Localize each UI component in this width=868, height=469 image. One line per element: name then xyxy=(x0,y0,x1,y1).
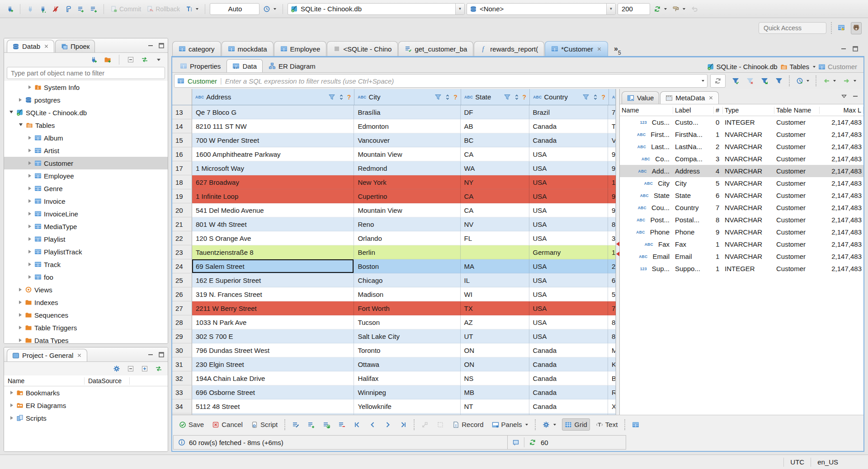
grid-cell[interactable]: Canada xyxy=(529,357,608,371)
grid-cell[interactable]: Fort Worth xyxy=(354,301,460,315)
record-button[interactable]: Record xyxy=(450,419,486,430)
fetch-page-button[interactable] xyxy=(419,419,431,430)
grid-cell[interactable]: Canada xyxy=(529,119,608,133)
expand-arrow-icon[interactable] xyxy=(28,174,31,178)
expand-arrow-icon[interactable] xyxy=(28,149,31,152)
dropdown-button[interactable]: ▼ xyxy=(606,4,615,14)
project-item-scripts[interactable]: Scripts xyxy=(4,412,168,424)
expand-arrow-icon[interactable] xyxy=(19,288,22,291)
expand-arrow-icon[interactable] xyxy=(28,237,31,241)
datasource-combo[interactable]: SQLite - Chinook.db▼ xyxy=(288,3,465,15)
grid-cell[interactable]: Canada xyxy=(529,371,608,385)
grid-cell[interactable]: 541 Del Medio Avenue xyxy=(192,203,354,217)
tree-item-track[interactable]: Track xyxy=(4,258,168,271)
settings-gear-button[interactable] xyxy=(111,364,122,374)
grid-cell[interactable]: ON xyxy=(461,357,529,371)
auto-refresh-button[interactable] xyxy=(652,4,669,14)
header-funnel-icon[interactable] xyxy=(582,94,590,101)
grid-cell[interactable]: AB xyxy=(461,119,529,133)
copy-row-button[interactable] xyxy=(321,419,332,430)
grid-cell[interactable]: Canada xyxy=(529,343,608,357)
grid-cell[interactable]: 85 xyxy=(608,315,616,329)
tab-properties[interactable]: Properties xyxy=(174,59,226,72)
editor-tab-sqlite-chino[interactable]: <SQLite - Chino xyxy=(327,41,398,56)
metadata-row[interactable]: ABCEmailEmail1NVARCHARCustomer2,147,483 xyxy=(620,250,863,263)
expand-box-button[interactable] xyxy=(139,364,150,374)
tab-overflow-indicator[interactable]: »5 xyxy=(609,44,626,56)
grid-cell[interactable]: Yellowknife xyxy=(354,399,460,413)
metadata-row[interactable]: ABCFirst...FirstNa...1NVARCHARCustomer2,… xyxy=(620,128,863,141)
grid-cell[interactable]: New York xyxy=(354,175,460,189)
minimize-icon[interactable] xyxy=(147,42,154,49)
grid-cell[interactable]: 60 xyxy=(608,273,616,287)
grid-cell[interactable]: Brasília xyxy=(354,105,460,119)
grid-cell[interactable]: 5112 48 Street xyxy=(192,399,354,413)
row-number[interactable]: 33 xyxy=(172,385,192,399)
row-number[interactable]: 29 xyxy=(172,329,192,343)
nav-last-button[interactable] xyxy=(397,419,409,430)
metadata-column-max-l[interactable]: Max L xyxy=(820,107,863,114)
grid-cell[interactable]: 76 xyxy=(608,301,616,315)
row-number[interactable]: 13 xyxy=(172,105,192,119)
expand-arrow-icon[interactable] xyxy=(28,187,31,190)
grid-cell[interactable]: K2 xyxy=(608,357,616,371)
grid-cell[interactable]: X1 xyxy=(608,399,616,413)
collapse-arrow-icon[interactable] xyxy=(9,111,13,115)
row-number[interactable]: 20 xyxy=(172,203,192,217)
sort-icon[interactable] xyxy=(338,94,345,101)
grid-cell[interactable]: Cupertino xyxy=(354,189,460,203)
metadata-row[interactable]: ABCCo...Compa...3NVARCHARCustomer2,147,4… xyxy=(620,153,863,165)
grid-cell[interactable]: 1033 N Park Ave xyxy=(192,315,354,329)
grid-cell[interactable]: Winnipeg xyxy=(354,385,460,399)
header-funnel-icon[interactable] xyxy=(328,94,335,101)
sql-filter-input[interactable]: Customer | Enter a SQL expression to fil… xyxy=(174,74,708,88)
metadata-row[interactable]: 123Sup...Suppo...1INTEGERCustomer2,147,4… xyxy=(620,263,863,275)
history-clock-button[interactable] xyxy=(261,4,278,14)
grid-cell[interactable]: Brazil xyxy=(529,105,608,119)
grid-cell[interactable]: 302 S 700 E xyxy=(192,329,354,343)
open-perspective-button[interactable] xyxy=(836,23,846,34)
close-icon[interactable] xyxy=(77,353,82,358)
grid-cell[interactable]: Chicago xyxy=(354,273,460,287)
save-button[interactable]: Save xyxy=(177,419,206,430)
column-header-state[interactable]: ABCState? xyxy=(461,89,530,105)
metadata-row[interactable]: ABCLast...LastNa...2NVARCHARCustomer2,14… xyxy=(620,141,863,153)
quick-access-input[interactable] xyxy=(759,22,826,34)
grid-cell[interactable]: Toronto xyxy=(354,343,460,357)
tree-item-playlist[interactable]: Playlist xyxy=(4,233,168,245)
dbeaver-perspective-button[interactable] xyxy=(851,22,862,34)
grid-cell[interactable]: Mountain View xyxy=(354,147,460,161)
grid-cell[interactable] xyxy=(461,245,529,259)
row-number[interactable]: 19 xyxy=(172,189,192,203)
minimize-icon[interactable] xyxy=(840,45,847,52)
project-tab-project-general[interactable]: Project - General xyxy=(7,349,87,361)
expand-arrow-icon[interactable] xyxy=(28,263,31,266)
grid-cell[interactable]: CA xyxy=(461,189,529,203)
settings-gear-button[interactable] xyxy=(540,419,558,430)
grid-cell[interactable]: 319 N. Frances Street xyxy=(192,287,354,301)
schema-combo[interactable]: <None>▼ xyxy=(467,3,616,15)
column-header-country[interactable]: ABCCountry? xyxy=(530,89,609,105)
close-icon[interactable] xyxy=(597,47,602,52)
row-number[interactable]: 16 xyxy=(172,147,192,161)
minimize-icon[interactable] xyxy=(852,93,859,100)
grid-cell[interactable]: Ottawa xyxy=(354,357,460,371)
grid-cell[interactable]: 801 W 4th Street xyxy=(192,217,354,231)
tree-item-foo[interactable]: foo xyxy=(4,271,168,283)
navigator-tab-проек[interactable]: Проек xyxy=(55,40,95,52)
expand-arrow-icon[interactable] xyxy=(28,161,31,165)
tab-data[interactable]: Data xyxy=(226,59,263,72)
grid-cell[interactable]: USA xyxy=(529,329,608,343)
row-number[interactable]: 23 xyxy=(172,245,192,259)
metadata-column-type[interactable]: Type xyxy=(723,107,774,114)
new-connection-button[interactable] xyxy=(5,4,15,14)
column-header-name[interactable]: Name xyxy=(4,377,85,385)
fetch-all-button[interactable] xyxy=(434,419,446,430)
grid-cell[interactable]: 796 Dundas Street West xyxy=(192,343,354,357)
sort-icon[interactable] xyxy=(513,94,520,101)
grid-cell[interactable]: TX xyxy=(461,301,529,315)
format-paint-button[interactable] xyxy=(670,4,687,14)
expand-arrow-icon[interactable] xyxy=(10,391,13,394)
filter-button[interactable] xyxy=(774,76,784,86)
expand-arrow-icon[interactable] xyxy=(28,250,31,253)
